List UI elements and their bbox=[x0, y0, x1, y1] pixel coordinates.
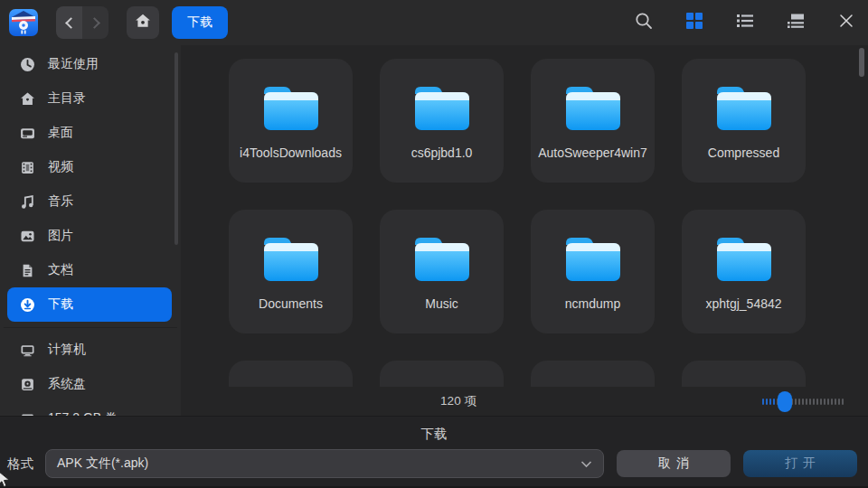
folder-tile[interactable]: ncmdump bbox=[531, 210, 655, 333]
format-selected-value: APK 文件(*.apk) bbox=[57, 455, 580, 472]
sidebar-item-label: 最近使用 bbox=[48, 56, 99, 72]
list-view-icon bbox=[736, 12, 754, 33]
folder-tile[interactable]: Music bbox=[380, 210, 504, 333]
titlebar: 下载 bbox=[0, 0, 868, 45]
search-button[interactable] bbox=[633, 12, 655, 33]
slider-tick bbox=[816, 399, 818, 405]
document-icon bbox=[19, 262, 35, 278]
folder-name: Music bbox=[387, 296, 497, 312]
detail-view-icon bbox=[787, 12, 805, 33]
folder-tile[interactable]: Compressed bbox=[682, 59, 806, 183]
slider-tick bbox=[806, 399, 807, 405]
slider-tick bbox=[835, 399, 836, 405]
sidebar-item-0[interactable]: 最近使用 bbox=[7, 47, 172, 81]
sidebar-item-label: 下载 bbox=[48, 296, 73, 313]
detail-view-button[interactable] bbox=[785, 12, 807, 33]
disk-icon bbox=[19, 376, 35, 392]
slider-tick bbox=[831, 399, 833, 405]
sidebar-item-5[interactable]: 图片 bbox=[7, 219, 172, 253]
open-button[interactable]: 打开 bbox=[743, 450, 857, 477]
sidebar-item-7[interactable]: 下载 bbox=[7, 287, 172, 322]
sidebar-item-1[interactable]: 主目录 bbox=[7, 81, 172, 116]
grid-view-icon bbox=[685, 12, 703, 33]
file-manager-app-icon bbox=[7, 6, 40, 39]
folder-icon bbox=[562, 234, 624, 288]
forward-button[interactable] bbox=[82, 6, 108, 39]
slider-tick bbox=[762, 399, 764, 405]
item-count: 120 项 bbox=[440, 393, 476, 409]
grid-view-button[interactable] bbox=[684, 12, 705, 33]
sidebar-item-label: 桌面 bbox=[48, 125, 73, 141]
breadcrumb-current-folder[interactable]: 下载 bbox=[172, 6, 228, 39]
computer-icon bbox=[19, 342, 35, 358]
cancel-button[interactable]: 取消 bbox=[617, 450, 731, 477]
slider-tick bbox=[809, 399, 811, 405]
close-icon bbox=[837, 12, 855, 33]
home-icon bbox=[19, 90, 35, 107]
clock-icon bbox=[19, 56, 35, 72]
sidebar-item-6[interactable]: 文档 bbox=[7, 253, 172, 287]
slider-tick bbox=[824, 399, 826, 405]
folder-name: Compressed bbox=[689, 145, 799, 161]
folder-icon bbox=[260, 234, 322, 288]
folder-icon bbox=[562, 83, 624, 137]
sidebar-item-label: 主目录 bbox=[48, 90, 86, 107]
music-icon bbox=[19, 193, 35, 210]
titlebar-actions bbox=[604, 0, 857, 45]
sidebar-item-10[interactable]: 157.2 GB 卷 bbox=[7, 401, 172, 416]
folder-name: cs6pjbd1.0 bbox=[387, 145, 497, 161]
slider-thumb-icon[interactable] bbox=[778, 391, 792, 412]
close-button[interactable] bbox=[835, 12, 857, 33]
sidebar-item-2[interactable]: 桌面 bbox=[7, 116, 172, 150]
folder-icon bbox=[411, 234, 473, 288]
slider-tick bbox=[798, 399, 800, 405]
file-dialog-window: 下载 最近使用主目录桌面视频音乐图片文档下载计算机系统盘157.2 GB 卷 i… bbox=[0, 0, 868, 488]
slider-tick bbox=[842, 399, 844, 405]
sidebar-scrollbar[interactable] bbox=[175, 52, 178, 245]
folder-tile[interactable]: Documents bbox=[229, 210, 353, 333]
sidebar-item-label: 计算机 bbox=[48, 342, 86, 358]
sidebar-item-3[interactable]: 视频 bbox=[7, 150, 172, 184]
dialog-footer: 下载 格式 APK 文件(*.apk) 取消 打开 bbox=[0, 416, 868, 488]
chevron-left-icon bbox=[65, 17, 77, 29]
list-view-button[interactable] bbox=[734, 12, 756, 33]
sidebar-item-8[interactable]: 计算机 bbox=[7, 333, 172, 367]
sidebar: 最近使用主目录桌面视频音乐图片文档下载计算机系统盘157.2 GB 卷 bbox=[0, 45, 181, 416]
folder-tile[interactable]: xphtgj_54842 bbox=[682, 210, 806, 333]
file-view-scrollbar[interactable] bbox=[859, 48, 864, 77]
mouse-cursor bbox=[0, 470, 12, 488]
slider-tick bbox=[795, 399, 797, 405]
statusbar: 120 项 bbox=[181, 387, 868, 416]
slider-tick bbox=[820, 399, 822, 405]
image-icon bbox=[19, 228, 35, 244]
chevron-down-icon bbox=[580, 455, 592, 472]
back-button[interactable] bbox=[56, 6, 82, 39]
folder-name: AutoSweeper4win7 bbox=[538, 145, 648, 161]
folder-icon bbox=[713, 83, 775, 137]
sidebar-item-4[interactable]: 音乐 bbox=[7, 184, 172, 219]
chevron-right-icon bbox=[89, 17, 100, 29]
sidebar-item-label: 音乐 bbox=[48, 193, 73, 210]
folder-name: xphtgj_54842 bbox=[689, 296, 799, 312]
format-select[interactable]: APK 文件(*.apk) bbox=[45, 449, 604, 478]
slider-tick bbox=[813, 399, 815, 405]
folder-tile[interactable]: AutoSweeper4win7 bbox=[531, 59, 655, 183]
folder-icon bbox=[713, 234, 775, 288]
sidebar-item-label: 系统盘 bbox=[48, 376, 86, 392]
sidebar-separator bbox=[4, 327, 177, 328]
home-button[interactable] bbox=[127, 6, 159, 39]
file-view: i4ToolsDownloadscs6pjbd1.0AutoSweeper4wi… bbox=[181, 45, 868, 416]
folder-name: ncmdump bbox=[538, 296, 648, 312]
sidebar-item-9[interactable]: 系统盘 bbox=[7, 367, 172, 401]
nav-button-group bbox=[56, 6, 108, 39]
slider-tick bbox=[827, 399, 829, 405]
home-icon bbox=[135, 13, 151, 33]
sidebar-item-label: 文档 bbox=[48, 262, 73, 278]
slider-tick bbox=[802, 399, 804, 405]
folder-tile[interactable]: cs6pjbd1.0 bbox=[380, 59, 504, 183]
slider-tick bbox=[766, 399, 768, 405]
icon-size-slider[interactable] bbox=[762, 391, 851, 413]
sidebar-item-label: 视频 bbox=[48, 159, 73, 175]
folder-tile[interactable]: i4ToolsDownloads bbox=[229, 59, 353, 183]
video-icon bbox=[19, 159, 35, 175]
